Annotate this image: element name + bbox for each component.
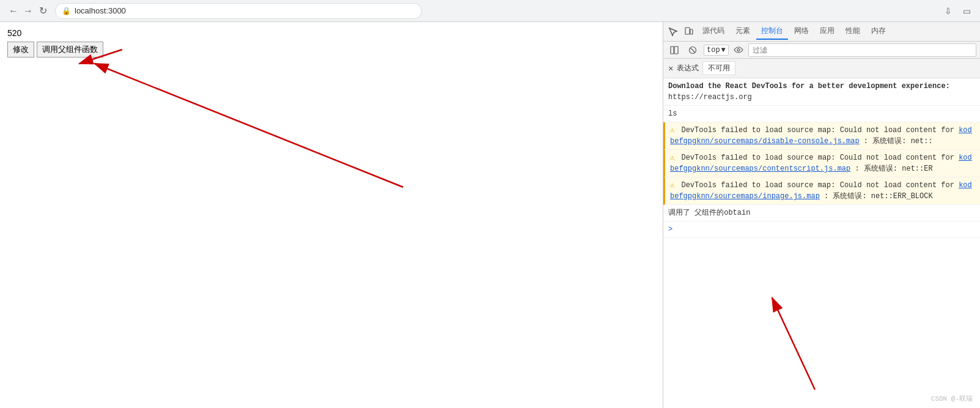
svg-rect-4 [685, 28, 690, 34]
page-number: 520 [0, 22, 663, 42]
call-parent-button[interactable]: 调用父组件函数 [37, 42, 103, 57]
tab-console[interactable]: 控制台 [756, 23, 788, 40]
svg-rect-7 [674, 46, 678, 54]
arrows-overlay [0, 22, 663, 408]
warn-icon-1: ⚠ [670, 126, 674, 135]
tab-network[interactable]: 网络 [789, 23, 814, 40]
chevron-down-icon: ▼ [721, 46, 726, 54]
back-button[interactable]: ← [6, 4, 21, 18]
svg-point-10 [737, 49, 740, 51]
download-button[interactable]: ⇩ [941, 4, 956, 18]
warn-icon-3: ⚠ [670, 181, 674, 190]
browser-chrome: ← → ↻ 🔒 localhost:3000 ⇩ ▭ [0, 0, 980, 22]
clear-console-button[interactable] [685, 43, 700, 57]
forward-button[interactable]: → [21, 4, 35, 18]
tab-elements[interactable]: 元素 [731, 23, 755, 40]
expression-label: 表达式 [677, 63, 699, 73]
console-message-obtain: 调用了 父组件的obtain [663, 205, 980, 221]
console-toolbar: top ▼ [663, 42, 980, 59]
console-message-ls: ls [663, 106, 980, 122]
address-bar[interactable]: 🔒 localhost:3000 [55, 3, 422, 19]
expression-close-button[interactable]: ✕ [668, 63, 673, 73]
filter-input[interactable] [748, 43, 976, 57]
console-warn-3: ⚠ DevTools failed to load source map: Co… [663, 177, 980, 205]
url-text: localhost:3000 [75, 6, 126, 15]
eye-button[interactable] [732, 44, 745, 56]
browser-actions: ⇩ ▭ [941, 4, 974, 18]
expression-value: 不可用 [702, 61, 735, 75]
svg-rect-6 [671, 46, 674, 54]
cast-button[interactable]: ▭ [959, 4, 974, 18]
ls-text: ls [668, 109, 677, 118]
reload-button[interactable]: ↻ [35, 4, 50, 18]
modify-button[interactable]: 修改 [7, 42, 34, 57]
main-layout: 520 修改 调用父组件函数 [0, 22, 980, 408]
tab-sources[interactable]: 源代码 [698, 23, 729, 40]
inspect-element-icon[interactable] [666, 24, 680, 39]
prompt-symbol: > [668, 225, 672, 234]
page-buttons: 修改 调用父组件函数 [0, 42, 663, 57]
webpage-area: 520 修改 调用父组件函数 [0, 22, 663, 408]
svg-line-3 [95, 64, 403, 187]
warn-icon-2: ⚠ [670, 154, 674, 162]
console-warn-2: ⚠ DevTools failed to load source map: Co… [663, 150, 980, 177]
svg-line-9 [691, 48, 695, 52]
top-label: top [707, 46, 720, 54]
tab-performance[interactable]: 性能 [841, 23, 865, 40]
tab-memory[interactable]: 内存 [866, 23, 891, 40]
top-context-select[interactable]: top ▼ [704, 45, 729, 56]
csdn-watermark: CSDN @-联瑞 [931, 394, 973, 403]
console-prompt[interactable]: > [663, 221, 980, 238]
svg-rect-5 [690, 29, 693, 34]
console-message-react: Download the React DevTools for a better… [663, 78, 980, 106]
expression-section: ✕ 表达式 不可用 [663, 59, 980, 78]
watermark-text: CSDN @-联瑞 [931, 395, 973, 402]
console-output[interactable]: Download the React DevTools for a better… [663, 78, 980, 408]
tab-application[interactable]: 应用 [815, 23, 839, 40]
react-devtools-text: Download the React DevTools for a better… [668, 82, 950, 91]
console-warn-1: ⚠ DevTools failed to load source map: Co… [663, 122, 980, 150]
console-sidebar-toggle[interactable] [667, 43, 682, 57]
devtools-panel: 源代码 元素 控制台 网络 应用 性能 内存 t [663, 22, 980, 408]
devtools-toolbar: 源代码 元素 控制台 网络 应用 性能 内存 [663, 22, 980, 42]
obtain-text: 调用了 父组件的obtain [668, 209, 750, 217]
lock-icon: 🔒 [62, 7, 71, 15]
device-mode-icon[interactable] [682, 24, 696, 39]
